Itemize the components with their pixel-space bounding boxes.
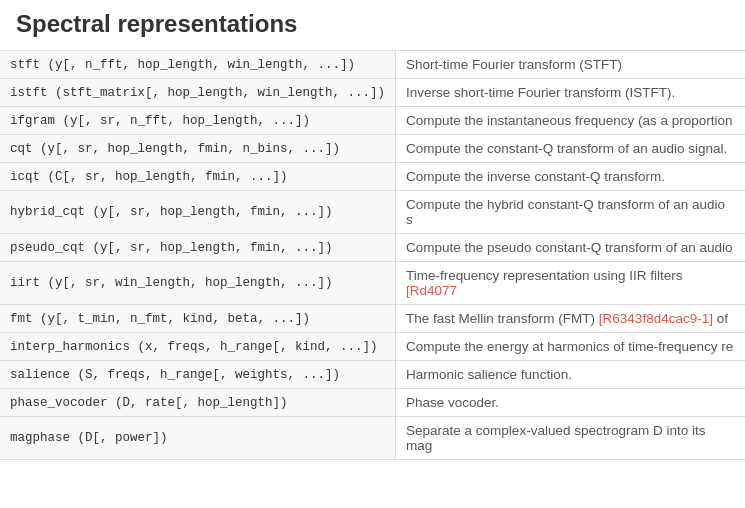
table-row: interp_harmonics (x, freqs, h_range[, ki… — [0, 333, 745, 361]
function-description: Inverse short-time Fourier transform (IS… — [396, 79, 745, 107]
table-row: iirt (y[, sr, win_length, hop_length, ..… — [0, 262, 745, 305]
table-row: icqt (C[, sr, hop_length, fmin, ...])Com… — [0, 163, 745, 191]
function-signature[interactable]: pseudo_cqt (y[, sr, hop_length, fmin, ..… — [0, 234, 396, 262]
table-row: ifgram (y[, sr, n_fft, hop_length, ...])… — [0, 107, 745, 135]
function-signature[interactable]: hybrid_cqt (y[, sr, hop_length, fmin, ..… — [0, 191, 396, 234]
function-signature[interactable]: cqt (y[, sr, hop_length, fmin, n_bins, .… — [0, 135, 396, 163]
function-description: Time-frequency representation using IIR … — [396, 262, 745, 305]
function-description: Compute the constant-Q transform of an a… — [396, 135, 745, 163]
function-description: Harmonic salience function. — [396, 361, 745, 389]
function-signature[interactable]: fmt (y[, t_min, n_fmt, kind, beta, ...]) — [0, 305, 396, 333]
table-row: hybrid_cqt (y[, sr, hop_length, fmin, ..… — [0, 191, 745, 234]
function-signature[interactable]: stft (y[, n_fft, hop_length, win_length,… — [0, 51, 396, 79]
function-description: Compute the pseudo constant-Q transform … — [396, 234, 745, 262]
reference-link[interactable]: [Rd4077 — [406, 283, 457, 298]
table-row: magphase (D[, power])Separate a complex-… — [0, 417, 745, 460]
table-row: salience (S, freqs, h_range[, weights, .… — [0, 361, 745, 389]
function-signature[interactable]: salience (S, freqs, h_range[, weights, .… — [0, 361, 396, 389]
table-row: phase_vocoder (D, rate[, hop_length])Pha… — [0, 389, 745, 417]
function-description: Compute the instantaneous frequency (as … — [396, 107, 745, 135]
function-signature[interactable]: phase_vocoder (D, rate[, hop_length]) — [0, 389, 396, 417]
function-signature[interactable]: interp_harmonics (x, freqs, h_range[, ki… — [0, 333, 396, 361]
reference-link[interactable]: [R6343f8d4cac9-1] — [599, 311, 713, 326]
table-row: stft (y[, n_fft, hop_length, win_length,… — [0, 51, 745, 79]
functions-table: stft (y[, n_fft, hop_length, win_length,… — [0, 50, 745, 460]
function-description: Phase vocoder. — [396, 389, 745, 417]
function-description: Separate a complex-valued spectrogram D … — [396, 417, 745, 460]
function-description: The fast Mellin transform (FMT) [R6343f8… — [396, 305, 745, 333]
table-row: cqt (y[, sr, hop_length, fmin, n_bins, .… — [0, 135, 745, 163]
function-signature[interactable]: iirt (y[, sr, win_length, hop_length, ..… — [0, 262, 396, 305]
function-signature[interactable]: istft (stft_matrix[, hop_length, win_len… — [0, 79, 396, 107]
function-signature[interactable]: magphase (D[, power]) — [0, 417, 396, 460]
function-description: Short-time Fourier transform (STFT) — [396, 51, 745, 79]
function-signature[interactable]: icqt (C[, sr, hop_length, fmin, ...]) — [0, 163, 396, 191]
function-description: Compute the energy at harmonics of time-… — [396, 333, 745, 361]
page-title: Spectral representations — [0, 0, 745, 50]
function-description: Compute the hybrid constant-Q transform … — [396, 191, 745, 234]
table-row: istft (stft_matrix[, hop_length, win_len… — [0, 79, 745, 107]
function-signature[interactable]: ifgram (y[, sr, n_fft, hop_length, ...]) — [0, 107, 396, 135]
table-row: fmt (y[, t_min, n_fmt, kind, beta, ...])… — [0, 305, 745, 333]
function-description: Compute the inverse constant-Q transform… — [396, 163, 745, 191]
table-row: pseudo_cqt (y[, sr, hop_length, fmin, ..… — [0, 234, 745, 262]
